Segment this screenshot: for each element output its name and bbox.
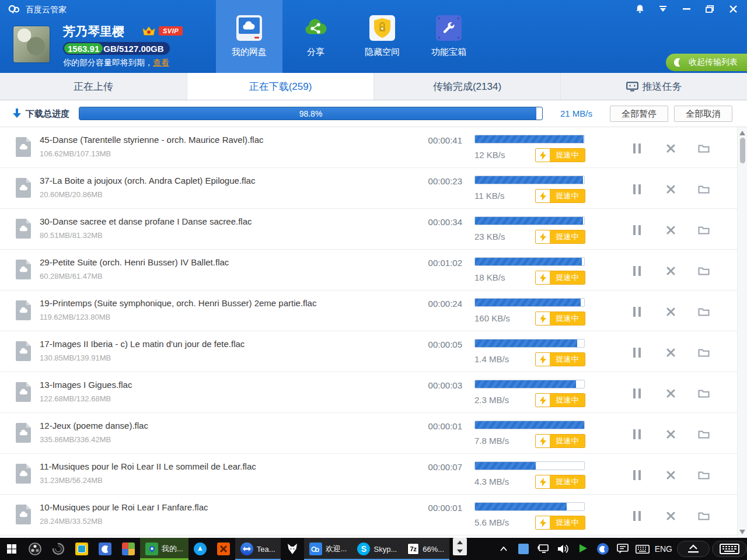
open-folder-button[interactable] xyxy=(697,509,710,522)
minimize-button[interactable] xyxy=(675,0,698,18)
download-row[interactable]: 10-Musiques pour le Roi Lear I Fanfare.f… xyxy=(0,495,747,536)
tab-uploading[interactable]: 正在上传 xyxy=(0,73,187,100)
cancel-button[interactable] xyxy=(664,142,677,155)
pause-button[interactable] xyxy=(630,142,643,155)
cancel-button[interactable] xyxy=(664,509,677,522)
pause-button[interactable] xyxy=(630,264,643,277)
svip-badge[interactable]: SVIP xyxy=(159,26,183,36)
tab-push-tasks[interactable]: 推送任务 xyxy=(560,73,747,100)
taskbar-task-baidu-pan[interactable]: 欢迎... xyxy=(304,538,352,560)
pause-button[interactable] xyxy=(630,183,643,195)
photos-mosaic-icon[interactable] xyxy=(117,538,140,560)
pause-button[interactable] xyxy=(630,223,643,236)
download-row[interactable]: 29-Petite Suite (orch. Henri Busser) IV … xyxy=(0,250,747,290)
cancel-button[interactable] xyxy=(664,387,677,400)
speed-boost-badge[interactable]: 提速中 xyxy=(535,230,585,244)
download-row[interactable]: 12-Jeux (poeme danse).flac 335.86MB/336.… xyxy=(0,413,747,454)
spiral-app-icon[interactable] xyxy=(47,538,70,560)
scrollbar-thumb[interactable] xyxy=(740,138,745,163)
network-tray-icon[interactable] xyxy=(533,538,553,560)
pause-button[interactable] xyxy=(630,305,643,318)
speed-boost-badge[interactable]: 提速中 xyxy=(535,516,585,530)
language-indicator[interactable]: ENG xyxy=(652,544,675,554)
start-button[interactable] xyxy=(0,538,23,560)
cancel-button[interactable] xyxy=(664,183,677,195)
pause-button[interactable] xyxy=(630,387,643,400)
taskbar-task-teamviewer[interactable]: Tea... xyxy=(235,538,281,560)
nav-item-toolbox[interactable]: 功能宝箱 xyxy=(416,0,482,73)
speed-boost-badge[interactable]: 提速中 xyxy=(535,189,585,203)
nav-item-share[interactable]: 分享 xyxy=(282,0,349,73)
obs-icon[interactable] xyxy=(23,538,47,560)
open-folder-button[interactable] xyxy=(697,387,710,400)
notification-bell-icon[interactable] xyxy=(628,0,651,18)
tencent-app-icon[interactable] xyxy=(189,538,212,560)
cancel-all-button[interactable]: 全部取消 xyxy=(674,106,732,122)
open-folder-button[interactable] xyxy=(697,183,710,195)
cancel-button[interactable] xyxy=(664,428,677,440)
tab-downloading[interactable]: 正在下载(259) xyxy=(187,73,374,100)
taskbar-task-skype[interactable]: S Skyp... xyxy=(352,538,402,560)
green-flag-tray-icon[interactable] xyxy=(573,538,593,560)
user-avatar[interactable] xyxy=(13,26,50,63)
download-row[interactable]: 45-Danse (Tarentelle styrienne - orch. M… xyxy=(0,127,747,168)
download-row[interactable]: 30-Danse sacree et danse profane I Danse… xyxy=(0,209,747,250)
taskbar-task-7zip[interactable]: 7z 66%... xyxy=(402,538,449,560)
download-row[interactable]: 37-La Boite a joujoux (orch. Andra Caple… xyxy=(0,168,747,209)
list-scrollbar[interactable] xyxy=(737,127,747,538)
c-swirl-app-icon[interactable] xyxy=(93,538,117,560)
fox-head-icon[interactable] xyxy=(281,538,304,560)
volume-tray-icon[interactable] xyxy=(553,538,573,560)
orange-x-app-icon[interactable] xyxy=(212,538,235,560)
open-folder-button[interactable] xyxy=(697,264,710,277)
c-swirl-tray-icon[interactable] xyxy=(593,538,613,560)
pause-all-button[interactable]: 全部暂停 xyxy=(610,106,668,122)
collapse-transfer-list-button[interactable]: 收起传输列表 xyxy=(666,54,747,71)
open-folder-button[interactable] xyxy=(697,468,710,481)
menu-dropdown-icon[interactable] xyxy=(651,0,675,18)
cancel-button[interactable] xyxy=(664,468,677,481)
speed-boost-badge[interactable]: 提速中 xyxy=(535,148,585,162)
download-row[interactable]: 11-Musiques pour le Roi Lear II Le somme… xyxy=(0,454,747,495)
scroll-up-arrow[interactable] xyxy=(739,131,745,135)
cancel-button[interactable] xyxy=(664,264,677,277)
open-folder-button[interactable] xyxy=(697,305,710,318)
scroll-down-arrow[interactable] xyxy=(739,530,745,534)
open-folder-button[interactable] xyxy=(697,223,710,236)
download-row[interactable]: 17-Images II Iberia - c) Le matin d'un j… xyxy=(0,331,747,372)
pause-button[interactable] xyxy=(630,346,643,359)
speed-boost-badge[interactable]: 提速中 xyxy=(535,475,585,489)
close-button[interactable] xyxy=(721,0,745,18)
speed-boost-badge[interactable]: 提速中 xyxy=(535,312,585,326)
boost-label: 提速中 xyxy=(550,475,585,488)
pause-button[interactable] xyxy=(630,428,643,440)
download-row[interactable]: 19-Printemps (Suite symphonique, orch. H… xyxy=(0,290,747,331)
download-row[interactable]: 13-Images I Gigues.flac 122.68MB/132.68M… xyxy=(0,372,747,413)
restore-button[interactable] xyxy=(698,0,721,18)
nav-item-hidden-space[interactable]: 隐藏空间 xyxy=(349,0,416,73)
touch-keyboard-pill[interactable] xyxy=(712,541,747,557)
cancel-button[interactable] xyxy=(664,346,677,359)
cancel-button[interactable] xyxy=(664,223,677,236)
keyboard-tray-icon[interactable] xyxy=(633,538,652,560)
cancel-button[interactable] xyxy=(664,305,677,318)
pause-button[interactable] xyxy=(630,509,643,522)
open-folder-button[interactable] xyxy=(697,428,710,440)
expiry-view-link[interactable]: 查看 xyxy=(153,58,169,67)
square-app-icon[interactable] xyxy=(70,538,93,560)
blue-square-tray-icon[interactable] xyxy=(514,538,533,560)
message-tray-icon[interactable] xyxy=(613,538,633,560)
nav-item-my-netdisk[interactable]: 我的网盘 xyxy=(216,0,282,73)
speed-boost-badge[interactable]: 提速中 xyxy=(535,434,585,448)
speed-boost-badge[interactable]: 提速中 xyxy=(535,271,585,285)
tab-completed[interactable]: 传输完成(2134) xyxy=(374,73,560,100)
speed-boost-badge[interactable]: 提速中 xyxy=(535,393,585,407)
taskbar-task-cloud-manager[interactable]: 我的... xyxy=(140,538,189,560)
taskbar-scroll-widget[interactable] xyxy=(453,538,467,555)
speed-boost-badge[interactable]: 提速中 xyxy=(535,352,585,366)
open-folder-button[interactable] xyxy=(697,142,710,155)
show-hidden-icons-chevron[interactable] xyxy=(494,538,514,560)
pause-button[interactable] xyxy=(630,468,643,481)
open-folder-button[interactable] xyxy=(697,346,710,359)
ime-mode-pill[interactable] xyxy=(677,541,710,557)
